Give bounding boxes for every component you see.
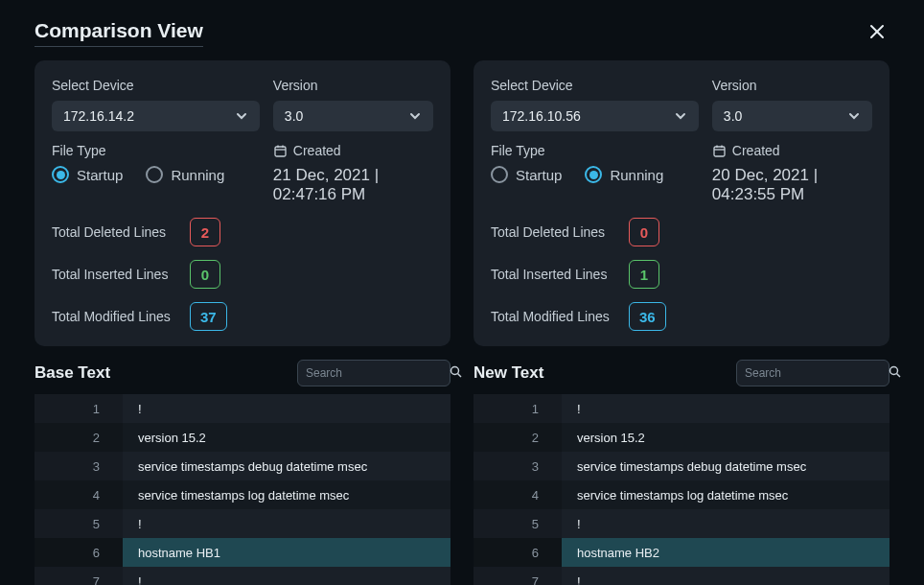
code-row: 1! <box>474 394 889 423</box>
chevron-down-icon <box>674 109 687 123</box>
code-content: hostname HB2 <box>562 538 889 567</box>
device-label: Select Device <box>52 78 260 93</box>
code-row: 6hostname HB2 <box>474 538 889 567</box>
radio-running-label: Running <box>610 167 663 183</box>
diff-sections: Base Text 1!2version 15.23service timest… <box>35 360 889 585</box>
code-content: ! <box>123 509 450 538</box>
stat-inserted-label: Total Inserted Lines <box>491 267 615 282</box>
code-row: 5! <box>474 509 889 538</box>
new-code-table: 1!2version 15.23service timestamps debug… <box>474 394 889 585</box>
file-type-radios: Startup Running <box>491 166 699 183</box>
line-number: 1 <box>474 394 562 423</box>
code-content: service timestamps debug datetime msec <box>562 452 889 480</box>
stat-modified-label: Total Modified Lines <box>491 309 615 324</box>
code-content: version 15.2 <box>123 423 450 452</box>
created-value: 21 Dec, 2021 | 02:47:16 PM <box>273 166 433 204</box>
version-value: 3.0 <box>285 108 303 124</box>
radio-startup[interactable]: Startup <box>52 166 123 183</box>
line-number: 3 <box>35 452 123 480</box>
svg-line-11 <box>458 374 462 378</box>
code-row: 7! <box>35 567 450 585</box>
close-icon <box>868 23 886 40</box>
base-search-input[interactable] <box>306 366 450 380</box>
chevron-down-icon <box>235 109 248 123</box>
code-row: 3service timestamps debug datetime msec <box>474 452 889 480</box>
calendar-icon <box>273 144 288 158</box>
line-number: 4 <box>35 480 123 509</box>
file-type-label: File Type <box>491 143 699 158</box>
code-content: ! <box>123 394 450 423</box>
code-row: 1! <box>35 394 450 423</box>
device-value: 172.16.14.2 <box>63 108 134 124</box>
code-content: ! <box>562 509 889 538</box>
stat-modified: Total Modified Lines 36 <box>491 302 872 331</box>
code-content: ! <box>123 567 450 585</box>
code-content: version 15.2 <box>562 423 889 452</box>
line-number: 2 <box>35 423 123 452</box>
line-number: 3 <box>474 452 562 480</box>
version-label: Version <box>273 78 433 93</box>
code-content: hostname HB1 <box>123 538 450 567</box>
code-content: service timestamps log datetime msec <box>562 480 889 509</box>
radio-running-label: Running <box>171 167 224 183</box>
file-type-label: File Type <box>52 143 260 158</box>
left-panel: Select Device 172.16.14.2 Version 3.0 <box>35 60 450 346</box>
version-select[interactable]: 3.0 <box>712 101 872 131</box>
stat-inserted: Total Inserted Lines 1 <box>491 260 872 289</box>
version-select[interactable]: 3.0 <box>273 101 433 131</box>
line-number: 4 <box>474 480 562 509</box>
calendar-icon <box>712 144 727 158</box>
radio-startup[interactable]: Startup <box>491 166 562 183</box>
search-icon <box>450 364 462 382</box>
radio-running[interactable]: Running <box>146 166 224 183</box>
code-content: ! <box>562 394 889 423</box>
line-number: 6 <box>35 538 123 567</box>
radio-running[interactable]: Running <box>585 166 663 183</box>
chevron-down-icon <box>847 109 861 123</box>
new-text-section: New Text 1!2version 15.23service timesta… <box>474 360 889 585</box>
code-row: 2version 15.2 <box>35 423 450 452</box>
radio-icon <box>146 166 163 183</box>
base-text-section: Base Text 1!2version 15.23service timest… <box>35 360 450 585</box>
base-code-table: 1!2version 15.23service timestamps debug… <box>35 394 450 585</box>
line-number: 7 <box>35 567 123 585</box>
new-search[interactable] <box>736 360 889 386</box>
new-search-input[interactable] <box>745 366 889 380</box>
stat-deleted-label: Total Deleted Lines <box>491 224 615 240</box>
search-icon <box>889 364 901 382</box>
device-select[interactable]: 172.16.14.2 <box>52 101 260 131</box>
stat-inserted-label: Total Inserted Lines <box>52 267 176 282</box>
stat-modified-label: Total Modified Lines <box>52 309 176 324</box>
line-number: 5 <box>35 509 123 538</box>
stat-inserted-badge: 1 <box>629 260 659 289</box>
code-content: ! <box>562 567 889 585</box>
svg-point-10 <box>451 367 459 375</box>
close-button[interactable] <box>865 19 889 47</box>
right-panel: Select Device 172.16.10.56 Version 3.0 <box>474 60 889 346</box>
code-row: 4service timestamps log datetime msec <box>474 480 889 509</box>
stat-deleted-badge: 2 <box>190 218 220 246</box>
line-number: 1 <box>35 394 123 423</box>
device-select[interactable]: 172.16.10.56 <box>491 101 699 131</box>
radio-icon <box>585 166 602 183</box>
stat-modified-badge: 36 <box>629 302 666 331</box>
code-row: 7! <box>474 567 889 585</box>
version-label: Version <box>712 78 872 93</box>
line-number: 2 <box>474 423 562 452</box>
svg-rect-6 <box>714 147 725 156</box>
radio-icon <box>52 166 69 183</box>
stat-inserted-badge: 0 <box>190 260 220 289</box>
stat-deleted-badge: 0 <box>629 218 659 246</box>
code-content: service timestamps log datetime msec <box>123 480 450 509</box>
created-label: Created <box>712 143 872 158</box>
svg-point-12 <box>890 367 898 375</box>
line-number: 6 <box>474 538 562 567</box>
created-value: 20 Dec, 2021 | 04:23:55 PM <box>712 166 872 204</box>
stat-modified: Total Modified Lines 37 <box>52 302 433 331</box>
svg-line-13 <box>897 374 901 378</box>
new-text-title: New Text <box>474 363 543 383</box>
modal-title: Comparison View <box>35 19 203 47</box>
modal-header: Comparison View <box>35 19 889 47</box>
code-row: 2version 15.2 <box>474 423 889 452</box>
base-search[interactable] <box>297 360 450 386</box>
